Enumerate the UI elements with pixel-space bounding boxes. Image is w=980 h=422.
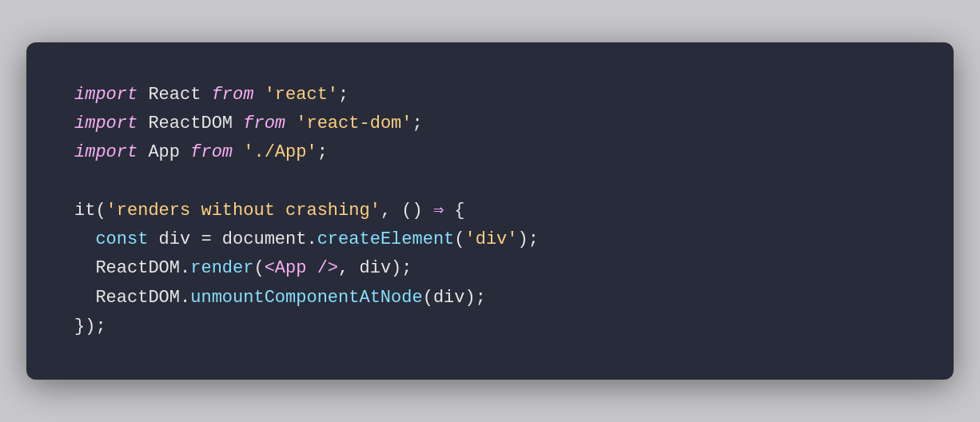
token-react: React	[137, 85, 211, 105]
code-line-6: const div = document.createElement('div'…	[74, 225, 906, 254]
token-from-1: from	[212, 85, 254, 105]
token-close-r: , div);	[338, 258, 412, 278]
token-import-3: import	[74, 142, 137, 162]
code-line-7: ReactDOM.render(<App />, div);	[74, 254, 906, 283]
code-line-2: import ReactDOM from 'react-dom';	[74, 109, 906, 138]
token-paren-r: (	[253, 258, 264, 278]
token-unmount: unmountComponentAtNode	[190, 288, 422, 308]
code-line-3: import App from './App';	[74, 138, 906, 167]
token-close-it: });	[74, 316, 106, 336]
token-it: it	[74, 201, 95, 221]
code-window: import React from 'react'; import ReactD…	[26, 42, 954, 380]
token-const: const	[95, 229, 148, 249]
token-from-3: from	[190, 142, 233, 162]
token-app: App	[137, 142, 190, 162]
token-app-tag: <App />	[265, 258, 338, 278]
token-close-ce: );	[518, 229, 539, 249]
token-paren-ce: (	[454, 229, 464, 249]
token-str-react: 'react'	[253, 85, 338, 105]
token-dot-1: .	[306, 229, 317, 249]
token-str-reactdom: 'react-dom'	[285, 113, 412, 133]
token-comma-arrow: , ()	[380, 201, 433, 221]
token-from-2: from	[243, 113, 285, 133]
token-createelement: createElement	[317, 229, 455, 249]
token-semi-2: ;	[412, 113, 423, 133]
token-brace-open: {	[444, 201, 464, 221]
token-reactdom: ReactDOM	[137, 113, 243, 133]
token-import-2: import	[74, 113, 137, 133]
token-reactdom-2: ReactDOM	[95, 258, 180, 278]
token-str-app: './App'	[233, 142, 317, 162]
token-close-unmount: (div);	[423, 288, 486, 308]
code-line-5: it('renders without crashing', () ⇒ {	[74, 197, 906, 225]
token-import-1: import	[74, 85, 137, 105]
token-eq: =	[201, 229, 221, 249]
token-document: document	[222, 229, 307, 249]
code-line-empty	[74, 168, 906, 197]
token-str-desc: 'renders without crashing'	[106, 201, 380, 221]
token-dot-2: .	[180, 258, 190, 278]
code-line-1: import React from 'react';	[74, 81, 906, 109]
token-semi-1: ;	[338, 85, 349, 105]
token-render: render	[190, 258, 253, 278]
token-dot-3: .	[180, 288, 190, 308]
code-line-8: ReactDOM.unmountComponentAtNode(div);	[74, 284, 906, 313]
code-block: import React from 'react'; import ReactD…	[74, 81, 906, 342]
token-reactdom-3: ReactDOM	[95, 288, 180, 308]
token-arrow: ⇒	[433, 201, 444, 221]
code-line-9: });	[74, 313, 906, 341]
token-div-var: div	[148, 229, 201, 249]
token-semi-3: ;	[317, 142, 328, 162]
token-str-div: 'div'	[465, 229, 518, 249]
token-paren-open: (	[95, 201, 106, 221]
